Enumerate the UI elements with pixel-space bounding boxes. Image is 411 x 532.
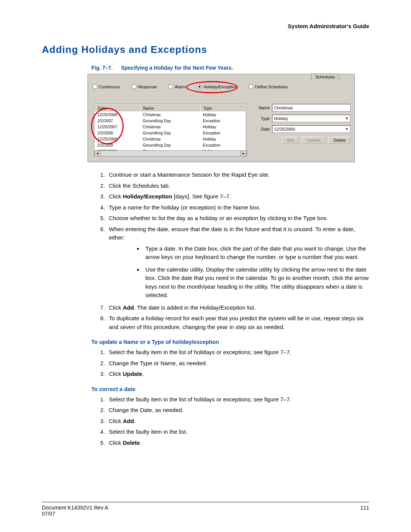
- schedule-mode-radios: Continuous Response Alarm Holiday/Except…: [92, 84, 350, 89]
- date-label: Date: [255, 127, 270, 131]
- header-guide: System Administrator's Guide: [42, 23, 369, 29]
- step: Click Holiday/Exception [days]. See figu…: [107, 192, 369, 201]
- substep: Use the calendar utility. Display the ca…: [143, 265, 369, 300]
- name-field[interactable]: Christmas: [272, 104, 350, 112]
- table-row[interactable]: 12/25/2008ChristmasHoliday: [95, 136, 245, 142]
- step: When entering the date, ensure that the …: [107, 225, 369, 300]
- tab-schedules[interactable]: Schedules: [311, 73, 339, 80]
- substep: Type a date. In the Date box, click the …: [143, 244, 369, 262]
- step: Select the faulty item in the list of ho…: [107, 395, 369, 404]
- add-button[interactable]: Add: [282, 137, 299, 144]
- subheading-correct: To correct a date: [91, 386, 369, 392]
- col-name[interactable]: Name: [140, 105, 200, 111]
- page-footer: Document K14392V1 Rev A 07/07 111: [42, 502, 369, 517]
- step: Continue or start a Maintenance Session …: [107, 171, 369, 179]
- step: Select the faulty item in the list.: [107, 428, 369, 436]
- radio-response[interactable]: Response: [132, 84, 157, 89]
- footer-date: 07/07: [42, 511, 108, 517]
- scroll-right-icon[interactable]: ►: [241, 151, 247, 156]
- radio-define-schedules[interactable]: Define Schedules: [249, 84, 288, 89]
- date-dropdown[interactable]: 12/25/2009▼: [272, 125, 350, 133]
- table-row[interactable]: 12/25/2006ChristmasHoliday: [95, 112, 245, 117]
- table-row[interactable]: 2/2/2008Groundhog DayException: [95, 130, 245, 136]
- horizontal-scrollbar[interactable]: ◄ ►: [94, 150, 247, 157]
- footer-doc: Document K14392V1 Rev A: [42, 505, 108, 511]
- step: Choose whether to list the day as a holi…: [107, 214, 369, 223]
- radio-alarm[interactable]: Alarm: [168, 84, 186, 89]
- footer-page: 111: [360, 505, 369, 517]
- step: Click Add. The date is added in the Holi…: [107, 304, 369, 312]
- update-steps: Select the faulty item in the list of ho…: [91, 348, 369, 379]
- figure-label: Fig. 7–7.: [91, 65, 113, 71]
- holiday-form: Name Christmas Type Holiday▼ Date 12/25/…: [255, 104, 350, 144]
- col-date[interactable]: Date: [95, 105, 140, 111]
- type-dropdown[interactable]: Holiday▼: [272, 115, 350, 122]
- step: Click the Schedules tab.: [107, 182, 369, 190]
- col-type[interactable]: Type: [201, 105, 245, 111]
- scroll-left-icon[interactable]: ◄: [94, 151, 100, 156]
- figure-caption-text: Specifying a Holiday for the Next Few Ye…: [121, 65, 233, 71]
- radio-continuous[interactable]: Continuous: [92, 84, 120, 89]
- table-row[interactable]: 12/25/2007ChristmasHoliday: [95, 124, 245, 129]
- figure-screenshot: Schedules Continuous Response Alarm Holi…: [88, 74, 355, 162]
- chevron-down-icon: ▼: [345, 127, 349, 131]
- step: Change the Type or Name, as needed.: [107, 359, 369, 368]
- name-label: Name: [255, 105, 270, 110]
- update-button[interactable]: Update: [302, 137, 325, 144]
- table-row[interactable]: 2/2/2009Groundhog DayException: [95, 142, 245, 148]
- step: To duplicate a holiday record for each y…: [107, 314, 369, 331]
- chevron-down-icon: ▼: [345, 117, 349, 120]
- correct-steps: Select the faulty item in the list of ho…: [91, 395, 369, 447]
- step: Click Delete.: [107, 439, 369, 447]
- radio-holiday-exception[interactable]: Holiday/Exception: [197, 84, 237, 89]
- page-title: Adding Holidays and Exceptions: [42, 44, 369, 56]
- step: Type a name for the holiday (or exceptio…: [107, 203, 369, 212]
- main-steps: Continue or start a Maintenance Session …: [91, 171, 369, 331]
- table-row[interactable]: 2/2/2007Groundhog DayException: [95, 118, 245, 123]
- subheading-update: To update a Name or a Type of holiday/ex…: [91, 339, 369, 345]
- step: Select the faulty item in the list of ho…: [107, 348, 369, 357]
- type-label: Type: [255, 116, 270, 121]
- holiday-table[interactable]: Date Name Type 12/25/2006ChristmasHolida…: [94, 104, 246, 155]
- figure-caption: Fig. 7–7. Specifying a Holiday for the N…: [91, 65, 369, 71]
- step: Change the Date, as needed.: [107, 406, 369, 415]
- delete-button[interactable]: Delete: [328, 137, 350, 144]
- step: Click Update.: [107, 370, 369, 379]
- step: Click Add.: [107, 417, 369, 426]
